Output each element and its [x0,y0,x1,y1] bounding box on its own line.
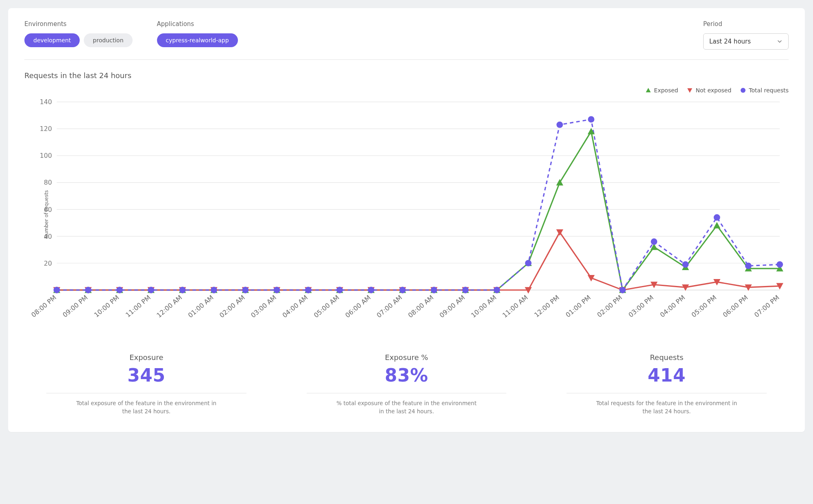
svg-text:06:00 PM: 06:00 PM [721,294,750,319]
svg-text:100: 100 [40,152,52,159]
chevron-down-icon [777,39,782,44]
svg-point-56 [556,122,563,128]
stat-desc: % total exposure of the feature in the e… [333,399,480,416]
legend-exposed[interactable]: Exposed [645,87,678,94]
svg-point-52 [431,287,437,293]
stat-desc: Total requests for the feature in the en… [593,399,740,416]
svg-point-58 [619,287,626,293]
svg-point-59 [651,238,657,245]
svg-text:08:00 PM: 08:00 PM [30,294,58,319]
applications-filter: Applications cypress-realworld-app [157,20,238,47]
svg-text:05:00 AM: 05:00 AM [312,294,341,319]
svg-text:120: 120 [40,125,52,133]
environment-chip-production[interactable]: production [84,33,132,47]
svg-point-48 [305,287,312,293]
svg-point-54 [494,287,500,293]
svg-text:80: 80 [44,179,52,186]
svg-text:09:00 AM: 09:00 AM [438,294,466,319]
svg-point-45 [211,287,217,293]
environments-label: Environments [24,20,133,28]
stat-card-exposure: Exposure345Total exposure of the feature… [24,353,268,416]
svg-point-47 [274,287,280,293]
svg-text:11:00 AM: 11:00 AM [501,294,530,319]
svg-text:10:00 AM: 10:00 AM [469,294,498,319]
svg-point-44 [179,287,186,293]
svg-text:12:00 AM: 12:00 AM [155,294,183,319]
period-select[interactable]: Last 24 hours [703,33,789,50]
svg-point-51 [399,287,406,293]
svg-point-63 [776,261,783,268]
svg-text:140: 140 [40,98,52,106]
svg-point-53 [462,287,469,293]
svg-point-42 [116,287,123,293]
stat-divider [46,393,246,393]
period-label: Period [703,20,789,28]
triangle-down-icon [687,87,693,93]
stat-desc: Total exposure of the feature in the env… [73,399,220,416]
stat-title: Requests [650,353,684,362]
stat-card-exposure-: Exposure %83%% total exposure of the fea… [285,353,529,416]
svg-text:08:00 AM: 08:00 AM [407,294,435,319]
legend-not-exposed[interactable]: Not exposed [687,87,731,94]
svg-text:07:00 PM: 07:00 PM [753,294,781,319]
stats-row: Exposure345Total exposure of the feature… [24,353,789,416]
svg-point-41 [85,287,92,293]
svg-text:20: 20 [44,260,52,267]
stat-divider [307,393,507,393]
chart-legend: Exposed Not exposed Total requests [24,87,789,94]
svg-text:12:00 PM: 12:00 PM [533,294,561,319]
svg-point-40 [54,287,60,293]
svg-text:10:00 PM: 10:00 PM [93,294,121,319]
environments-filter: Environments developmentproduction [24,20,133,47]
svg-point-0 [741,88,745,93]
svg-text:02:00 PM: 02:00 PM [595,294,623,319]
svg-text:05:00 PM: 05:00 PM [690,294,718,319]
metrics-card: Environments developmentproduction Appli… [8,8,805,432]
svg-point-50 [368,287,375,293]
legend-exposed-label: Exposed [654,87,678,94]
filters-row: Environments developmentproduction Appli… [24,20,789,60]
chart-wrap: Exposed Not exposed Total requests Numbe… [24,87,789,333]
svg-text:03:00 PM: 03:00 PM [627,294,655,319]
svg-text:06:00 AM: 06:00 AM [344,294,372,319]
svg-point-49 [336,287,343,293]
period-filter: Period Last 24 hours [703,20,789,50]
legend-not-exposed-label: Not exposed [695,87,731,94]
triangle-up-icon [645,87,651,93]
stat-value: 345 [127,365,165,386]
svg-text:02:00 AM: 02:00 AM [218,294,246,319]
stat-title: Exposure % [385,353,428,362]
application-chip-cypress-realworld-app[interactable]: cypress-realworld-app [157,33,238,47]
stat-value: 414 [648,365,686,386]
legend-total[interactable]: Total requests [740,87,789,94]
chart-title: Requests in the last 24 hours [24,71,789,80]
period-select-value: Last 24 hours [709,38,751,45]
applications-chips: cypress-realworld-app [157,33,238,47]
svg-text:01:00 AM: 01:00 AM [187,294,215,319]
applications-label: Applications [157,20,238,28]
svg-text:04:00 AM: 04:00 AM [281,294,310,319]
svg-point-55 [525,260,532,266]
svg-text:03:00 AM: 03:00 AM [249,294,278,319]
svg-point-62 [745,263,752,269]
environment-chip-development[interactable]: development [24,33,80,47]
environments-chips: developmentproduction [24,33,133,47]
svg-text:04:00 PM: 04:00 PM [658,294,687,319]
svg-point-43 [148,287,154,293]
svg-text:01:00 PM: 01:00 PM [564,294,592,319]
svg-text:09:00 PM: 09:00 PM [61,294,89,319]
svg-point-60 [682,261,689,268]
stat-value: 83% [385,365,428,386]
circle-icon [740,87,746,93]
requests-chart: 2040608010012014008:00 PM09:00 PM10:00 P… [24,96,789,331]
svg-point-61 [714,214,720,221]
legend-total-label: Total requests [749,87,789,94]
svg-text:07:00 AM: 07:00 AM [375,294,403,319]
stat-divider [567,393,767,393]
svg-point-57 [588,116,595,122]
stat-title: Exposure [129,353,163,362]
svg-text:11:00 PM: 11:00 PM [124,294,152,319]
stat-card-requests: Requests414Total requests for the featur… [545,353,789,416]
svg-point-46 [242,287,248,293]
y-axis-label: Number of requests [44,190,49,238]
